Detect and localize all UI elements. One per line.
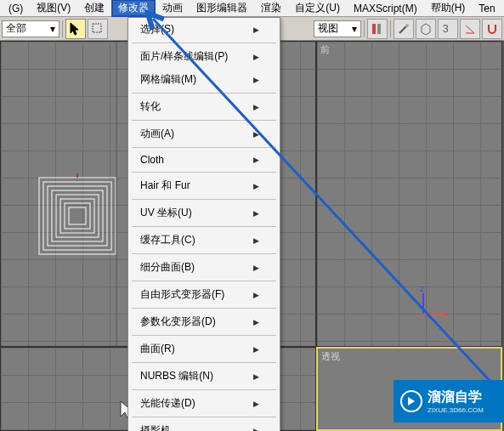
submenu-arrow-icon: ▶	[253, 156, 259, 164]
menu-item-label: 网格编辑(M)	[140, 72, 196, 87]
magnet-icon	[485, 22, 499, 36]
menu-item[interactable]: Cloth▶	[128, 150, 280, 170]
tool-button-5[interactable]	[460, 19, 480, 39]
submenu-arrow-icon: ▶	[253, 291, 259, 299]
chevron-down-icon: ▾	[50, 23, 55, 35]
toolbar-separator	[364, 20, 365, 37]
menu-separator	[132, 362, 276, 363]
menu-view[interactable]: 视图(V)	[30, 0, 77, 17]
tool-button-4[interactable]: 3	[438, 19, 458, 39]
menu-separator	[132, 226, 276, 227]
menu-item-label: 摄影机	[140, 423, 171, 431]
submenu-arrow-icon: ▶	[253, 103, 259, 111]
menu-rendering[interactable]: 渲染	[254, 0, 288, 17]
submenu-arrow-icon: ▶	[253, 427, 259, 432]
menu-item-label: 参数化变形器(D)	[140, 315, 216, 329]
toolbar-separator	[62, 20, 63, 37]
menu-separator	[132, 120, 276, 121]
menu-item[interactable]: 曲面(R)▶	[128, 337, 280, 360]
menu-item-label: 选择(S)	[140, 22, 174, 37]
menu-item[interactable]: 自由形式变形器(F)▶	[128, 283, 280, 306]
menu-separator	[132, 308, 276, 309]
filter-value: 全部	[6, 21, 26, 36]
menu-item-label: NURBS 编辑(N)	[140, 369, 213, 383]
menu-separator	[132, 389, 276, 390]
cursor-icon	[70, 22, 82, 36]
svg-rect-13	[69, 207, 86, 224]
tool-button-3[interactable]	[416, 19, 436, 39]
tool-button-6[interactable]	[482, 19, 502, 39]
watermark-badge: 溜溜自学 ZIXUE.3D66.COM	[394, 380, 504, 422]
svg-rect-6	[39, 178, 116, 254]
align-icon	[371, 22, 384, 36]
angle-snap-icon	[463, 22, 477, 36]
menu-item-label: UV 坐标(U)	[140, 206, 192, 220]
submenu-arrow-icon: ▶	[253, 76, 259, 84]
svg-text:z: z	[420, 286, 424, 293]
viewport-label-front: 前	[320, 43, 330, 56]
submenu-arrow-icon: ▶	[253, 130, 259, 139]
toolbar-separator	[390, 20, 391, 37]
menu-ten[interactable]: Ten	[472, 1, 501, 16]
menu-animation[interactable]: 动画	[156, 0, 190, 17]
menu-help[interactable]: 帮助(H)	[424, 0, 473, 17]
menu-item[interactable]: 动画(A)▶	[128, 122, 280, 145]
menu-item[interactable]: 缓存工具(C)▶	[128, 229, 280, 252]
submenu-arrow-icon: ▶	[253, 345, 259, 354]
menu-item[interactable]: 细分曲面(B)▶	[128, 256, 280, 279]
box-icon	[419, 22, 433, 36]
menu-item[interactable]: 参数化变形器(D)▶	[128, 310, 280, 333]
submenu-arrow-icon: ▶	[253, 26, 259, 34]
menu-item[interactable]: NURBS 编辑(N)▶	[128, 365, 280, 388]
menu-item[interactable]: Hair 和 Fur▶	[128, 174, 280, 197]
svg-text:x: x	[444, 309, 448, 318]
select-region-button[interactable]	[88, 19, 108, 39]
watermark-url: ZIXUE.3D66.COM	[428, 406, 484, 414]
menu-item-label: 动画(A)	[140, 127, 174, 141]
submenu-arrow-icon: ▶	[253, 372, 259, 381]
menu-separator	[132, 199, 276, 200]
menu-item[interactable]: 网格编辑(M)▶	[128, 68, 280, 91]
svg-rect-7	[43, 182, 111, 250]
svg-rect-10	[56, 195, 99, 237]
snap-icon: 3	[441, 22, 455, 36]
submenu-arrow-icon: ▶	[253, 236, 259, 245]
menu-item[interactable]: 摄影机▶	[128, 419, 280, 431]
menu-item-label: Hair 和 Fur	[140, 179, 190, 193]
menu-item-label: 细分曲面(B)	[140, 260, 195, 275]
menu-item-label: 曲面(R)	[140, 342, 175, 356]
menu-item[interactable]: UV 坐标(U)▶	[128, 201, 280, 224]
menu-modifiers[interactable]: 修改器	[111, 0, 156, 17]
axis-gizmo: z x	[416, 286, 450, 320]
submenu-arrow-icon: ▶	[253, 400, 259, 408]
menu-create[interactable]: 创建	[77, 0, 111, 17]
viewport-top-right[interactable]: 前 z x	[316, 41, 502, 347]
menu-item-label: 面片/样条线编辑(P)	[140, 49, 228, 64]
select-tool-button[interactable]	[65, 19, 86, 39]
menu-separator	[132, 172, 276, 173]
submenu-arrow-icon: ▶	[253, 318, 259, 326]
menu-g[interactable]: (G)	[2, 1, 30, 16]
submenu-arrow-icon: ▶	[253, 264, 259, 272]
menu-item[interactable]: 转化▶	[128, 95, 280, 118]
submenu-arrow-icon: ▶	[253, 53, 259, 61]
watermark-title: 溜溜自学	[428, 388, 484, 406]
menu-maxscript[interactable]: MAXScript(M)	[347, 1, 424, 16]
selection-filter-dropdown[interactable]: 全部 ▾	[2, 20, 59, 37]
menu-graph-editors[interactable]: 图形编辑器	[190, 0, 254, 17]
view-selector-dropdown[interactable]: 视图 ▾	[314, 20, 361, 37]
menu-item[interactable]: 面片/样条线编辑(P)▶	[128, 45, 280, 68]
menu-separator	[132, 147, 276, 148]
svg-rect-0	[93, 24, 101, 32]
svg-text:3: 3	[443, 23, 449, 35]
menu-item-label: 光能传递(D)	[140, 396, 195, 411]
menu-item[interactable]: 光能传递(D)▶	[128, 392, 280, 415]
tool-button-2[interactable]	[394, 19, 414, 39]
menu-separator	[132, 417, 276, 417]
menu-customize[interactable]: 自定义(U)	[288, 0, 347, 17]
svg-point-4	[405, 24, 409, 27]
menu-item-label: 转化	[140, 99, 161, 114]
menu-item[interactable]: 选择(S)▶	[128, 18, 280, 41]
wand-icon	[397, 22, 411, 36]
tool-button-1[interactable]	[367, 19, 388, 39]
